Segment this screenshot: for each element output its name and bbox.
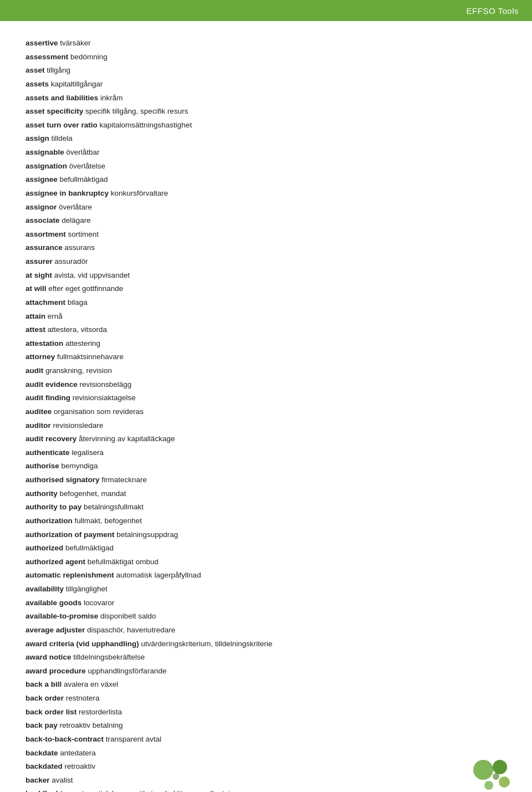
entry-term: available goods — [25, 599, 84, 607]
list-item: authorized befullmäktigad — [25, 541, 507, 555]
list-item: backflushing automatisk lageravräkning, … — [25, 787, 507, 792]
entry-term: backer — [25, 776, 52, 784]
entry-term: attain — [25, 312, 48, 320]
entry-definition: disponibelt saldo — [100, 612, 156, 620]
entry-definition: avista, vid uppvisandet — [54, 271, 130, 279]
list-item: associate delägare — [25, 214, 507, 227]
entry-term: back pay — [25, 721, 60, 729]
list-item: attorney fullmaktsinnehavare — [25, 350, 507, 364]
entry-definition: tvärsäker — [60, 39, 91, 47]
entry-definition: specifik tillgång, specifik resurs — [85, 107, 188, 115]
entry-term: authority — [25, 489, 60, 498]
entry-term: assertive — [25, 39, 60, 47]
entry-definition: attestering — [65, 339, 100, 348]
entry-definition: legalisera — [71, 448, 104, 457]
entry-definition: revisionsiaktagelse — [73, 394, 136, 402]
list-item: authenticate legalisera — [25, 446, 507, 459]
list-item: attestation attestering — [25, 337, 507, 350]
entry-term: backdated — [25, 762, 65, 770]
svg-point-0 — [473, 760, 493, 780]
entry-definition: retroaktiv — [65, 762, 96, 770]
entry-definition: bilaga — [68, 298, 88, 306]
top-header: EFFSO Tools — [0, 0, 532, 21]
entry-term: at will — [25, 284, 48, 293]
entry-definition: kapitalomsättningshastighet — [100, 121, 192, 129]
entry-term: available-to-promise — [25, 612, 100, 620]
entry-definition: tilldela — [52, 134, 73, 142]
entry-term: auditor — [25, 421, 53, 430]
list-item: average adjuster dispaschör, haveriutred… — [25, 624, 507, 637]
entry-term: award criteria (vid upphandling) — [25, 640, 141, 648]
entry-term: authorization of payment — [25, 530, 116, 539]
entry-definition: restnotera — [66, 694, 100, 702]
entry-term: attorney — [25, 352, 57, 361]
list-item: back order restnotera — [25, 692, 507, 705]
entry-term: at sight — [25, 271, 54, 279]
entry-term: assurance — [25, 243, 65, 252]
entry-term: assignation — [25, 162, 69, 170]
entry-term: assign — [25, 134, 52, 142]
list-item: award criteria (vid upphandling) utvärde… — [25, 637, 507, 651]
entry-definition: ernå — [48, 312, 63, 320]
entry-term: audit evidence — [25, 380, 80, 389]
entry-term: authorise — [25, 462, 62, 470]
entry-term: authorized — [25, 544, 65, 552]
list-item: back pay retroaktiv betalning — [25, 719, 507, 732]
list-item: assertive tvärsäker — [25, 37, 507, 50]
entry-term: assets and liabilities — [25, 94, 100, 102]
list-item: backer avalist — [25, 774, 507, 787]
entry-definition: kapitaltillgångar — [51, 80, 103, 88]
entry-term: associate — [25, 216, 62, 224]
app-title: EFFSO Tools — [467, 6, 519, 16]
list-item: assortment sortiment — [25, 228, 507, 241]
entry-definition: konkursförvaltare — [111, 189, 168, 197]
entry-definition: bemyndiga — [62, 462, 98, 470]
entry-term: attestation — [25, 339, 65, 348]
entry-definition: automatisk lagerpåfyllnad — [116, 571, 201, 579]
list-item: audit granskning, revision — [25, 364, 507, 377]
list-item: asset tillgång — [25, 64, 507, 77]
entry-definition: befullmäktigad — [65, 544, 114, 552]
list-item: at will efter eget gottfinnande — [25, 282, 507, 295]
list-item: automatic replenishment automatisk lager… — [25, 569, 507, 582]
list-item: assignee in bankruptcy konkursförvaltare — [25, 187, 507, 200]
entry-definition: överlåtare — [59, 203, 92, 211]
entry-definition: avalist — [52, 776, 73, 784]
entry-term: average adjuster — [25, 626, 87, 634]
entry-definition: locovaror — [84, 599, 115, 607]
entry-term: back-to-back-contract — [25, 735, 106, 743]
svg-point-4 — [493, 773, 499, 780]
list-item: back-to-back-contract transparent avtal — [25, 733, 507, 746]
list-item: authorise bemyndiga — [25, 459, 507, 473]
list-item: back a bill avalera en växel — [25, 678, 507, 691]
entry-definition: revisionsledare — [53, 421, 104, 430]
entry-term: authorization — [25, 517, 75, 525]
list-item: asset turn over ratio kapitalomsättnings… — [25, 119, 507, 132]
entry-definition: befullmäktigat ombud — [88, 558, 158, 566]
entry-definition: restorderlista — [79, 708, 122, 716]
entry-definition: antedatera — [60, 749, 96, 757]
list-item: availability tillgänglighet — [25, 582, 507, 596]
list-item: attachment bilaga — [25, 296, 507, 309]
entry-term: assortment — [25, 230, 68, 238]
entry-definition: organisation som revideras — [54, 407, 144, 416]
list-item: assessment bedömning — [25, 50, 507, 64]
entry-definition: avalera en växel — [64, 680, 118, 688]
entry-definition: firmatecknare — [101, 476, 147, 484]
list-item: auditee organisation som revideras — [25, 405, 507, 418]
list-item: attest attestera, vitsorda — [25, 323, 507, 336]
list-item: backdate antedatera — [25, 747, 507, 760]
entry-term: back a bill — [25, 680, 64, 688]
entry-term: asset specificity — [25, 107, 85, 115]
list-item: audit finding revisionsiaktagelse — [25, 391, 507, 405]
entry-term: assignee in bankruptcy — [25, 189, 111, 197]
logo-area: EFFSO Tools and talents. — [471, 759, 515, 792]
list-item: assignee befullmäktigad — [25, 173, 507, 186]
main-content: assertive tvärsäkerassessment bedömninga… — [0, 21, 532, 792]
entry-definition: utvärderingskriterium, tilldelningskrite… — [141, 640, 273, 648]
entry-term: authenticate — [25, 448, 71, 457]
entry-definition: delägare — [62, 216, 91, 224]
entry-definition: fullmaktsinnehavare — [57, 352, 124, 361]
entry-term: attest — [25, 325, 48, 334]
list-item: authorised signatory firmatecknare — [25, 473, 507, 487]
